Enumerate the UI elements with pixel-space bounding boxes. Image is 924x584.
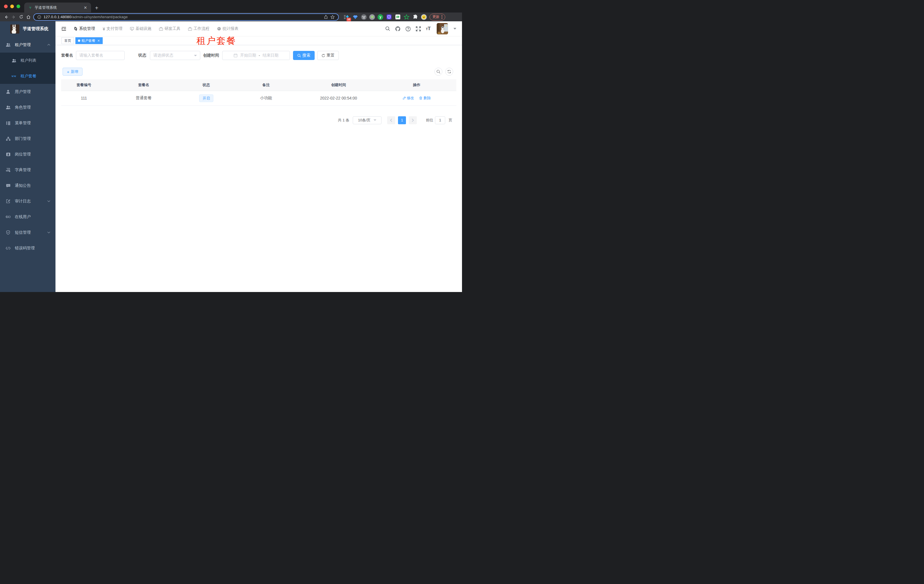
- app-logo-image: [10, 25, 19, 33]
- extension-tasks-icon[interactable]: 10: [343, 14, 350, 20]
- goto-label: 前往: [426, 118, 433, 123]
- sidebar-item-audit-log[interactable]: 审计日志: [0, 193, 56, 209]
- tab-close-icon[interactable]: ✕: [82, 5, 88, 10]
- sidebar-item-tenant-list[interactable]: 租户列表: [0, 53, 56, 68]
- bookmark-star-icon[interactable]: [330, 15, 335, 19]
- new-tab-button[interactable]: +: [95, 5, 99, 11]
- tab-favicon-icon: [28, 5, 33, 10]
- font-size-icon[interactable]: TT: [426, 26, 431, 31]
- tag-label: 租户套餐: [82, 38, 95, 43]
- right-toolbar: [434, 67, 456, 76]
- sidebar-item-label: 租户列表: [20, 58, 36, 63]
- edit-link[interactable]: 修改: [403, 95, 414, 100]
- yen-icon: ¥: [103, 26, 105, 31]
- browser-menu-icon[interactable]: [442, 15, 442, 19]
- search-icon[interactable]: [385, 26, 390, 31]
- github-icon[interactable]: [395, 26, 401, 31]
- nav-item-payment[interactable]: ¥ 支付管理: [103, 26, 122, 31]
- message-icon: [6, 184, 10, 188]
- sidebar-item-tenant-package[interactable]: 租户套餐: [0, 68, 56, 84]
- dictionary-icon: [6, 168, 10, 172]
- page-size-select[interactable]: 10条/页: [353, 116, 381, 124]
- browser-tab[interactable]: 芋道管理系统 ✕: [24, 3, 91, 13]
- extension-y-icon[interactable]: y: [378, 14, 383, 20]
- prev-page-button[interactable]: [387, 116, 395, 124]
- window-zoom-button[interactable]: [16, 5, 20, 8]
- user-avatar[interactable]: 0:7049: [437, 23, 448, 35]
- fullscreen-icon[interactable]: [416, 26, 421, 31]
- window-close-button[interactable]: [4, 5, 8, 8]
- nav-item-dev-tools[interactable]: 研发工具: [159, 26, 180, 31]
- toolbox-icon: [159, 27, 163, 31]
- sidebar-item-sms-management[interactable]: 短信管理: [0, 225, 56, 240]
- shield-check-icon: [6, 230, 10, 235]
- extension-chat-icon[interactable]: [394, 14, 401, 20]
- extension-puzzle-icon[interactable]: [412, 14, 419, 20]
- back-button[interactable]: [3, 13, 10, 21]
- reload-button[interactable]: [17, 13, 25, 21]
- page-number-button[interactable]: 1: [398, 116, 406, 124]
- svg-text:0:70: 0:70: [437, 33, 441, 34]
- sidebar-item-notice[interactable]: 通知公告: [0, 178, 56, 193]
- col-package-id: 套餐编号: [61, 79, 107, 91]
- url-bar[interactable]: 127.0.0.1:48080/admin-ui/system/tenant/p…: [33, 13, 339, 21]
- goto-page-input[interactable]: 1: [435, 116, 445, 124]
- tag-home[interactable]: 首页: [61, 37, 74, 44]
- briefcase-icon: [188, 27, 192, 31]
- share-icon[interactable]: [324, 15, 328, 19]
- extension-star-icon[interactable]: [403, 14, 410, 20]
- pagination: 共 1 条 10条/页 1 前往 1 页: [61, 116, 456, 124]
- select-placeholder: 请选择状态: [153, 53, 173, 58]
- refresh-table-button[interactable]: [445, 67, 453, 76]
- app-logo-row[interactable]: 芋道管理系统: [0, 21, 56, 36]
- window-minimize-button[interactable]: [10, 5, 14, 8]
- sidebar-collapse-icon[interactable]: [61, 27, 66, 31]
- nav-item-reports[interactable]: 统计报表: [217, 26, 238, 31]
- sidebar-item-role-management[interactable]: 角色管理: [0, 100, 56, 115]
- nav-item-workflow[interactable]: 工作流程: [188, 26, 210, 31]
- sidebar-item-error-code[interactable]: 错误码管理: [0, 240, 56, 256]
- help-icon[interactable]: [405, 26, 411, 31]
- add-button[interactable]: + 新增: [63, 67, 82, 76]
- table-row[interactable]: 111 普通套餐 开启 小功能 2022-02-22 00:54:00 修改: [61, 91, 456, 105]
- sidebar-item-post-management[interactable]: 岗位管理: [0, 146, 56, 162]
- extension-gem-icon[interactable]: [352, 14, 358, 20]
- tag-tenant-package[interactable]: 租户套餐 ✕: [75, 37, 103, 44]
- date-range-picker[interactable]: 开始日期 - 结束日期: [222, 51, 290, 60]
- cell-remark: 小功能: [232, 91, 300, 105]
- sidebar-item-online-users[interactable]: 在线用户: [0, 209, 56, 225]
- avatar-dropdown-icon[interactable]: [454, 28, 456, 30]
- cell-package-name: 普通套餐: [107, 91, 181, 105]
- package-name-input[interactable]: 请输入套餐名: [76, 51, 125, 60]
- sidebar-item-user-management[interactable]: 用户管理: [0, 84, 56, 100]
- cell-actions: 修改 删除: [377, 91, 456, 105]
- delete-link[interactable]: 删除: [419, 95, 431, 100]
- home-button[interactable]: [25, 13, 32, 21]
- sidebar-item-dept-management[interactable]: 部门管理: [0, 131, 56, 146]
- sidebar-item-menu-management[interactable]: 菜单管理: [0, 115, 56, 131]
- extension-emoji-icon[interactable]: [421, 14, 427, 20]
- browser-update-button[interactable]: 更新: [429, 14, 445, 20]
- extension-command-icon[interactable]: [361, 14, 367, 20]
- nav-item-system[interactable]: 系统管理: [74, 26, 95, 31]
- next-page-button[interactable]: [409, 116, 417, 124]
- tag-label: 首页: [64, 38, 71, 43]
- table-toolbar: + 新增: [61, 67, 456, 76]
- extension-grey-dot-icon[interactable]: [369, 14, 375, 20]
- post-badge-icon: [6, 152, 10, 156]
- hide-search-button[interactable]: [434, 67, 442, 76]
- tag-close-icon[interactable]: ✕: [97, 39, 100, 43]
- url-origin: 127.0.0.1:48080: [43, 15, 71, 19]
- sidebar-item-dict-management[interactable]: 字典管理: [0, 162, 56, 178]
- sidebar-item-tenant-management[interactable]: 租户管理: [0, 37, 56, 53]
- forward-button[interactable]: [10, 13, 17, 21]
- reset-button[interactable]: 重置: [317, 51, 339, 60]
- site-info-icon[interactable]: [37, 15, 41, 19]
- search-button[interactable]: 搜索: [293, 51, 315, 60]
- col-remark: 备注: [232, 79, 300, 91]
- nav-item-infrastructure[interactable]: 基础设施: [130, 26, 151, 31]
- extension-shield-icon[interactable]: [386, 14, 392, 20]
- chevron-down-icon: [47, 232, 50, 234]
- status-select[interactable]: 请选择状态: [150, 51, 200, 60]
- users-icon: [12, 59, 16, 63]
